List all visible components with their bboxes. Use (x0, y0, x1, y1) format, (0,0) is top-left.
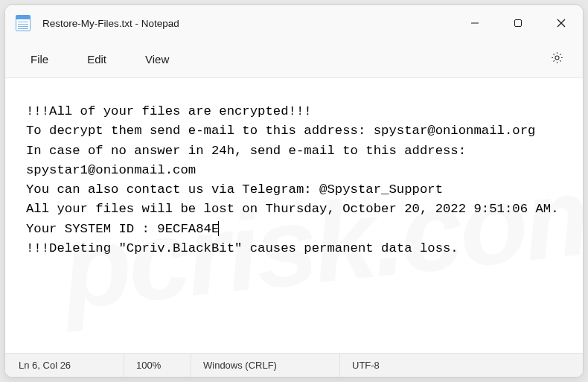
svg-point-4 (555, 56, 558, 60)
gear-icon (550, 51, 564, 68)
close-button[interactable] (540, 5, 583, 41)
text-line: All your files will be lost on Thursday,… (26, 202, 559, 216)
text-line: Your SYSTEM ID : 9ECFA84E (26, 222, 219, 236)
status-line-ending: Windows (CRLF) (191, 354, 340, 377)
menu-bar: File Edit View (5, 41, 583, 78)
text-editor[interactable]: !!!All of your files are encrypted!!! To… (5, 78, 583, 353)
text-line: !!!Deleting "Cpriv.BlackBit" causes perm… (26, 241, 458, 255)
status-encoding: UTF-8 (340, 354, 583, 377)
window-title: Restore-My-Files.txt - Notepad (42, 18, 179, 29)
menu-view[interactable]: View (126, 47, 188, 71)
text-line: !!!All of your files are encrypted!!! (26, 104, 312, 118)
text-line: To decrypt them send e-mail to this addr… (26, 124, 535, 138)
title-bar[interactable]: Restore-My-Files.txt - Notepad (5, 5, 583, 41)
minimize-button[interactable] (453, 5, 496, 41)
status-bar: Ln 6, Col 26 100% Windows (CRLF) UTF-8 (5, 353, 583, 377)
text-caret (218, 221, 219, 236)
window-controls (453, 5, 583, 41)
maximize-button[interactable] (496, 5, 540, 41)
text-line: In case of no answer in 24h, send e-mail… (26, 144, 474, 177)
status-cursor-position: Ln 6, Col 26 (5, 354, 124, 377)
menu-file[interactable]: File (11, 47, 68, 71)
svg-rect-1 (515, 20, 522, 27)
settings-button[interactable] (541, 44, 572, 75)
text-line: You can also contact us via Telegram: @S… (26, 182, 443, 197)
status-zoom: 100% (124, 354, 191, 377)
notepad-window: Restore-My-Files.txt - Notepad File Edit… (4, 4, 584, 378)
notepad-app-icon (16, 15, 31, 31)
menu-edit[interactable]: Edit (68, 47, 126, 71)
